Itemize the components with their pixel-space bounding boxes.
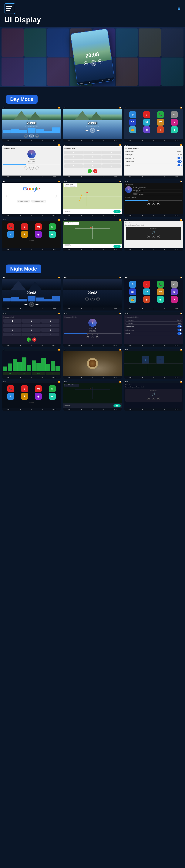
local-play[interactable]: ▶ (152, 202, 155, 205)
numpad-6[interactable]: 6 (102, 155, 121, 159)
night-auto-connect-toggle[interactable] (178, 329, 182, 331)
eq-ctrl-3[interactable]: HIGH (32, 372, 46, 375)
np-prev[interactable]: ◀◀ (147, 235, 150, 238)
cp-music[interactable]: ♪ (21, 223, 28, 230)
cp-phone[interactable]: 📞 (7, 223, 14, 230)
eq-ctrl-4[interactable]: VOL (46, 372, 60, 375)
night-app-12[interactable]: ★ (171, 296, 178, 303)
night-call-answer[interactable]: 📞 (27, 338, 31, 342)
nav-icon[interactable]: ≡ (178, 6, 181, 12)
auto-answer-toggle[interactable] (178, 157, 182, 159)
app-waze[interactable]: W (157, 119, 164, 126)
night-np-prev[interactable]: ◀◀ (147, 397, 150, 400)
app-music[interactable]: ♪ (143, 111, 150, 118)
prev-button-2[interactable]: ◀◀ (85, 129, 89, 132)
night-play-1[interactable]: ⏸ (29, 302, 34, 307)
night-cp-extra[interactable]: ★ (21, 393, 28, 400)
call-end-btn[interactable]: ✕ (93, 169, 98, 173)
night-numpad-2[interactable]: 2 (22, 319, 41, 323)
night-numpad-3[interactable]: 3 (41, 319, 59, 323)
night-cp-music[interactable]: ♪ (21, 385, 28, 392)
local-next[interactable]: ▶▶ (157, 202, 160, 205)
cp-messages[interactable]: ✉ (49, 223, 56, 230)
night-cp-msgs[interactable]: ✉ (49, 385, 56, 392)
night-prev-1[interactable]: ◀◀ (24, 303, 28, 306)
night-numpad-hash[interactable]: # (41, 333, 59, 336)
night-numpad-8[interactable]: 8 (22, 328, 41, 332)
night-numpad-star[interactable]: * (3, 333, 22, 336)
google-search-bar[interactable] (6, 194, 57, 198)
prev-btn[interactable]: ◀◀ (84, 61, 88, 66)
night-app-5[interactable]: BT (129, 288, 136, 295)
app-telegram[interactable]: ✈ (129, 111, 136, 118)
app-bt[interactable]: BT (143, 119, 150, 126)
night-np-play[interactable]: ▶ (152, 397, 155, 400)
night-numpad-7[interactable]: 7 (3, 328, 22, 332)
numpad-0[interactable]: 0 (83, 164, 102, 168)
night-bt-play[interactable]: ▶ (91, 335, 94, 338)
cp-extra2[interactable]: ◉ (35, 231, 42, 238)
numpad-2[interactable]: 2 (83, 151, 102, 154)
google-search-btn[interactable]: Google Search (17, 200, 30, 203)
numpad-9[interactable]: 9 (102, 160, 121, 163)
numpad-7[interactable]: 7 (64, 160, 82, 163)
numpad-star[interactable]: * (64, 164, 82, 168)
eq-ctrl-2[interactable]: MID (17, 372, 31, 375)
bt-play[interactable]: ▶ (29, 166, 34, 170)
night-numpad-1[interactable]: 1 (3, 319, 22, 323)
night-app-10[interactable]: ◈ (143, 296, 150, 303)
night-numpad-9[interactable]: 9 (41, 328, 59, 332)
night-cp-maps[interactable]: 🗺 (35, 385, 42, 392)
app-settings[interactable]: ⚙ (171, 111, 178, 118)
night-next-1[interactable]: ▶▶ (35, 303, 39, 306)
app-extra2[interactable]: ◉ (143, 126, 150, 133)
np-next[interactable]: ▶▶ (157, 235, 160, 238)
night-auto-answer-toggle[interactable] (178, 325, 182, 328)
bt-prev[interactable]: ◀◀ (25, 166, 28, 169)
cp-podcast[interactable]: 🎙 (7, 231, 14, 238)
eq-ctrl-1[interactable]: LOW (3, 372, 17, 375)
play-pause-button-2[interactable]: ⏸ (90, 128, 95, 133)
numpad-4[interactable]: 4 (64, 155, 82, 159)
night-power-toggle[interactable] (178, 332, 182, 335)
night-numpad-0[interactable]: 0 (22, 333, 41, 336)
night-play-2[interactable]: ⏸ (90, 297, 95, 301)
night-cp-phone[interactable]: 📞 (7, 385, 14, 392)
next-button-2[interactable]: ▶▶ (96, 129, 100, 132)
go-button[interactable]: GO (113, 210, 121, 213)
menu-button[interactable] (4, 3, 15, 14)
play-btn[interactable]: ▶ (90, 60, 97, 66)
music-file-1[interactable]: 华军音乐_01音乐.mp3 (133, 186, 182, 189)
numpad-hash[interactable]: # (102, 164, 121, 168)
app-extra4[interactable]: ◆ (171, 126, 178, 133)
night-app-6[interactable]: 🗺 (143, 288, 150, 295)
call-answer-btn[interactable]: 📞 (87, 169, 92, 173)
night-app-7[interactable]: W (157, 288, 164, 295)
music-file-2[interactable]: 华军音乐_02.mp3 (133, 189, 182, 193)
google-lucky-btn[interactable]: I'm Feeling Lucky (31, 200, 46, 203)
cp-extra[interactable]: ★ (21, 231, 28, 238)
night-numpad-4[interactable]: 4 (3, 323, 22, 327)
auto-connect-toggle[interactable] (178, 160, 182, 163)
next-btn[interactable]: ▶▶ (98, 59, 103, 64)
night-np-next[interactable]: ▶▶ (157, 397, 160, 400)
app-phone[interactable]: 📞 (157, 111, 164, 118)
play-pause-button[interactable]: ⏸ (29, 134, 34, 138)
app-maps[interactable]: 🗺 (129, 119, 136, 126)
bt-next[interactable]: ▶▶ (35, 166, 38, 169)
app-radio[interactable]: 📻 (129, 126, 136, 133)
night-app-4[interactable]: ⚙ (171, 281, 178, 288)
prev-button[interactable]: ◀◀ (24, 134, 28, 138)
night-numpad-5[interactable]: 5 (22, 323, 41, 327)
night-app-3[interactable]: 📞 (157, 281, 164, 288)
night-app-11[interactable]: ◆ (157, 296, 164, 303)
app-extra[interactable]: ★ (171, 119, 178, 126)
local-prev[interactable]: ◀◀ (147, 202, 150, 205)
cp-maps[interactable]: 🗺 (35, 223, 42, 230)
power-toggle[interactable] (178, 164, 182, 166)
numpad-5[interactable]: 5 (83, 155, 102, 159)
night-prev-2[interactable]: ◀◀ (85, 297, 89, 301)
night-cp-extra3[interactable]: ◆ (49, 393, 56, 400)
night-numpad-6[interactable]: 6 (41, 323, 59, 327)
night-app-1[interactable]: ✈ (129, 281, 136, 288)
